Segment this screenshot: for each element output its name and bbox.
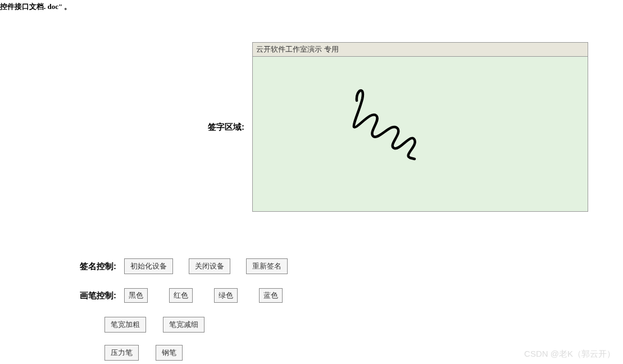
pressure-pen-button[interactable]: 压力笔 [104,345,139,361]
color-red-button[interactable]: 红色 [169,288,193,303]
sign-control-row: 签名控制: 初始化设备 关闭设备 重新签名 [73,258,304,274]
close-device-button[interactable]: 关闭设备 [189,258,230,274]
signature-area-label: 签字区域: [202,122,244,133]
signature-panel-title: 云开软件工作室演示 专用 [253,43,588,57]
color-blue-button[interactable]: 蓝色 [259,288,283,303]
pen-control-row: 画笔控制: 黑色 红色 绿色 蓝色 [73,288,304,303]
sign-control-label: 签名控制: [73,261,116,272]
doc-fragment-text: 控件接口文档. doc" 。 [0,2,71,12]
init-device-button[interactable]: 初始化设备 [124,258,173,274]
pen-thicker-button[interactable]: 笔宽加粗 [104,317,146,333]
regular-pen-button[interactable]: 钢笔 [156,345,183,361]
signature-panel: 云开软件工作室演示 专用 [252,42,588,212]
color-black-button[interactable]: 黑色 [124,288,148,303]
signature-stroke-icon [253,57,588,211]
controls-area: 签名控制: 初始化设备 关闭设备 重新签名 画笔控制: 黑色 红色 绿色 蓝色 … [73,258,304,364]
signature-canvas[interactable] [253,57,588,211]
pen-thinner-button[interactable]: 笔宽减细 [163,317,204,333]
resign-button[interactable]: 重新签名 [246,258,288,274]
signature-section: 签字区域: 云开软件工作室演示 专用 [202,42,588,212]
pen-width-row: 笔宽加粗 笔宽减细 [104,317,304,333]
watermark: CSDN @老K（郭云开） [524,349,615,360]
pen-control-label: 画笔控制: [73,290,116,301]
color-green-button[interactable]: 绿色 [214,288,238,303]
pen-type-row: 压力笔 钢笔 [104,345,304,361]
